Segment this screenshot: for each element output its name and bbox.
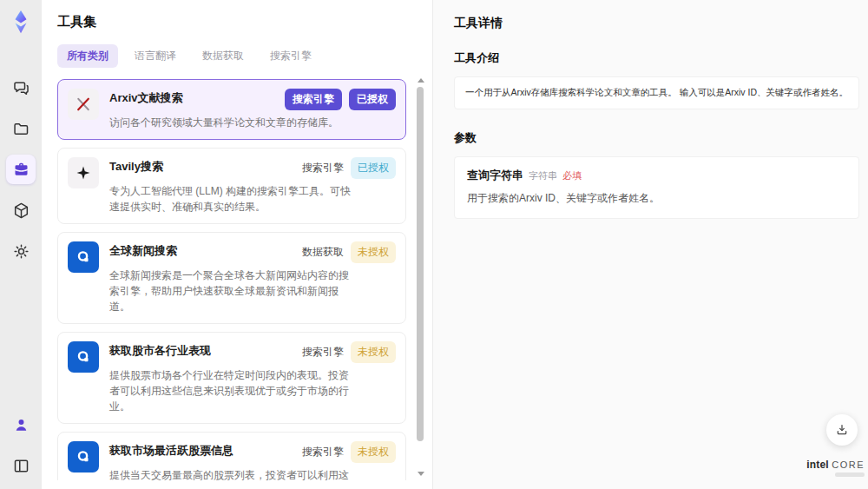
arxiv-logo-icon [68,89,99,120]
tool-detail-pane: 工具详情 工具介绍 一个用于从Arxiv存储库搜索科学论文和文章的工具。 输入可… [432,0,868,489]
brand-accent-bar [835,472,865,477]
tab-data-fetch[interactable]: 数据获取 [193,44,253,68]
param-type: 字符串 [529,169,557,182]
auth-badge: 未授权 [351,441,396,463]
tool-card-sector-performance[interactable]: 获取股市各行业表现 搜索引擎 未授权 提供股票市场各个行业在特定时间段内的表现。… [57,332,406,424]
tool-description: 专为人工智能代理 (LLM) 构建的搜索引擎工具。可快速提供实时、准确和真实的结… [109,183,351,215]
intro-heading: 工具介绍 [454,50,859,66]
tool-intro-card: 一个用于从Arxiv存储库搜索科学论文和文章的工具。 输入可以是Arxiv ID… [454,76,859,109]
intel-wordmark: intel [806,459,829,471]
tool-card-arxiv[interactable]: Arxiv文献搜索 搜索引擎 已授权 访问各个研究领域大量科学论文和文章的存储库… [57,79,406,140]
scroll-down-arrow[interactable] [418,472,424,476]
tool-card-most-active-stocks[interactable]: 获取市场最活跃股票信息 搜索引擎 未授权 提供当天交易量最高的股票列表，投资者可… [57,432,406,480]
folder-icon[interactable] [6,114,36,143]
category-badge: 搜索引擎 [285,89,342,110]
intel-core-logo: intel CORE [806,459,865,477]
scrollbar-thumb[interactable] [417,87,424,441]
tab-search-engine[interactable]: 搜索引擎 [260,44,321,68]
tool-description: 访问各个研究领域大量科学论文和文章的存储库。 [109,115,351,130]
tool-description: 提供当天交易量最高的股票列表，投资者可以利用这些信息来识别流动性强的股票和潜在的… [109,467,351,480]
tool-title: Tavily搜索 [109,157,295,174]
app-logo-icon [6,7,36,36]
auth-badge: 未授权 [351,341,396,363]
download-icon [835,423,849,437]
category-tabs: 所有类别 语言翻译 数据获取 搜索引擎 [57,44,406,68]
chat-icon[interactable] [6,73,36,102]
app-sidebar [0,0,42,489]
param-description: 用于搜索的Arxiv ID、关键字或作者姓名。 [467,191,846,206]
core-wordmark: CORE [832,459,865,470]
tool-title: 获取股市各行业表现 [109,341,295,358]
user-icon[interactable] [6,410,36,439]
param-name: 查询字符串 [467,168,523,183]
category-badge: 数据获取 [302,245,344,260]
category-badge: 搜索引擎 [302,445,344,459]
tool-description: 提供股票市场各个行业在特定时间段内的表现。投资者可以利用这些信息来识别表现优于或… [109,367,351,414]
news-search-logo-icon [68,441,99,472]
auth-badge: 已授权 [349,89,396,110]
auth-badge: 未授权 [351,241,396,263]
tool-title: Arxiv文献搜索 [109,89,278,105]
tool-card-global-news[interactable]: 全球新闻搜索 数据获取 未授权 全球新闻搜索是一个聚合全球各大新闻网站内容的搜索… [57,232,406,324]
tab-language-translation[interactable]: 语言翻译 [125,44,186,68]
panel-toggle-icon[interactable] [6,451,36,480]
page-title: 工具集 [57,14,406,30]
list-scrollbar[interactable] [417,76,424,478]
auth-badge: 已授权 [351,157,396,179]
tool-list: Arxiv文献搜索 搜索引擎 已授权 访问各个研究领域大量科学论文和文章的存储库… [57,79,406,480]
news-search-logo-icon [68,241,99,273]
parameter-card: 查询字符串 字符串 必填 用于搜索的Arxiv ID、关键字或作者姓名。 [454,156,859,219]
four-point-star-icon [68,157,99,188]
scroll-up-arrow[interactable] [418,78,424,83]
detail-title: 工具详情 [454,16,859,31]
params-heading: 参数 [454,130,859,146]
main-area: 工具集 所有类别 语言翻译 数据获取 搜索引擎 Arxiv文献搜索 [42,0,868,489]
tool-description: 全球新闻搜索是一个聚合全球各大新闻网站内容的搜索引擎，帮助用户快速获取全球最新资… [109,268,351,314]
news-search-logo-icon [68,341,99,373]
param-required-flag: 必填 [562,169,582,182]
category-badge: 搜索引擎 [302,345,344,360]
tool-title: 获取市场最活跃股票信息 [109,441,295,458]
gear-icon[interactable] [6,236,36,266]
cube-icon[interactable] [6,195,36,225]
tool-list-pane: 工具集 所有类别 语言翻译 数据获取 搜索引擎 Arxiv文献搜索 [42,0,432,489]
tool-card-tavily[interactable]: Tavily搜索 搜索引擎 已授权 专为人工智能代理 (LLM) 构建的搜索引擎… [57,148,406,224]
category-badge: 搜索引擎 [302,161,344,175]
toolbox-icon[interactable] [6,155,36,184]
tool-title: 全球新闻搜索 [109,241,295,258]
download-button[interactable] [826,414,858,446]
tab-all-categories[interactable]: 所有类别 [57,44,118,68]
